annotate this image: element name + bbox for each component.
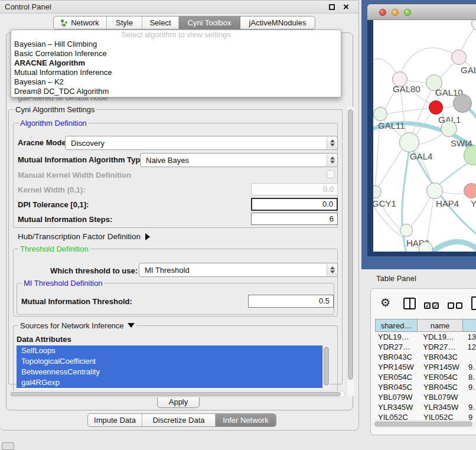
attribute-item-gal4rgexp[interactable]: gal4RGexp <box>17 377 322 388</box>
tab-label: Select <box>149 18 171 27</box>
sources-title[interactable]: Sources for Network Inference <box>18 321 136 330</box>
kernel-width-label: Kernel Width (0,1): <box>18 185 86 194</box>
table-row[interactable]: YBR043CYBR043C <box>375 352 476 362</box>
scrollbar-thumb[interactable] <box>348 109 353 380</box>
network-node-y[interactable] <box>464 183 476 198</box>
document-icon[interactable] <box>471 296 476 310</box>
mi-steps-field[interactable]: 6 <box>251 213 338 225</box>
minimize-traffic-light-icon[interactable] <box>392 9 399 16</box>
float-window-icon[interactable] <box>329 4 335 10</box>
network-node[interactable] <box>453 94 472 113</box>
attribute-list-scrollbar[interactable] <box>322 345 330 389</box>
checked-checkbox-icon[interactable]: ✓ <box>424 302 431 309</box>
table-row[interactable]: YPR145WYPR145W9. <box>375 362 476 372</box>
data-attributes-list[interactable]: SelfLoopsTopologicalCoefficientBetweenne… <box>17 345 330 389</box>
attribute-item-selfloops[interactable]: SelfLoops <box>17 345 322 356</box>
dpi-tolerance-field[interactable]: 0.0 <box>251 198 338 211</box>
unchecked-checkbox-icon[interactable] <box>448 302 454 309</box>
algorithm-option-basic-correlation-inference[interactable]: Basic Correlation Inference <box>11 49 341 58</box>
stepper-arrows-icon[interactable] <box>327 264 337 276</box>
stepper-arrows-icon[interactable] <box>327 154 337 166</box>
network-node-gal11[interactable] <box>373 107 387 121</box>
table-cell: 9. <box>463 402 475 412</box>
hub-definition-toggle[interactable]: Hub/Transcription Factor Definition <box>18 232 150 241</box>
algorithm-option-dream8-dc-tdc-algorithm[interactable]: Dream8 DC_TDC Algorithm <box>11 87 341 96</box>
table-cell: YBL079W <box>375 392 418 402</box>
mi-threshold-field[interactable]: 0.5 <box>248 295 334 308</box>
table-cell <box>463 352 468 362</box>
scrollbar-thumb[interactable] <box>324 347 329 386</box>
mi-threshold-group-title: MI Threshold Definition <box>22 279 104 288</box>
checked-checkbox-icon[interactable]: ✓ <box>432 302 439 309</box>
settings-horizontal-scrollbar[interactable] <box>8 391 345 397</box>
tab-label: jActiveMNodules <box>249 18 307 27</box>
aracne-mode-label: Aracne Mode: <box>18 138 69 147</box>
network-node[interactable] <box>419 242 433 252</box>
split-columns-icon[interactable] <box>403 298 416 309</box>
network-node-gal4[interactable] <box>399 132 419 152</box>
table-row[interactable]: YDR27…YDR27…12 <box>375 342 476 352</box>
network-node-gal[interactable] <box>451 50 467 65</box>
algorithm-option-bayesian-k2[interactable]: Bayesian – K2 <box>11 77 341 87</box>
mi-threshold-label: Mutual Information Threshold: <box>21 297 132 306</box>
tab-impute-data[interactable]: Impute Data <box>88 414 142 426</box>
gear-icon[interactable]: ⚙ <box>380 296 390 309</box>
table-row[interactable]: YLR345WYLR345W9. <box>375 402 476 412</box>
control-panel-titlebar: Control Panel × <box>0 1 358 14</box>
tab-label: Cyni Toolbox <box>187 18 231 27</box>
mi-type-select[interactable]: Naive Bayes <box>140 153 338 167</box>
network-node-gal1[interactable] <box>429 100 443 115</box>
table-cell: 9 <box>463 412 472 420</box>
table-row[interactable]: YDL19…YDL19…13 <box>375 332 476 342</box>
table-header: shared…name <box>375 319 476 332</box>
stepper-arrows-icon[interactable] <box>327 137 337 149</box>
algorithm-option-bayesian-hill-climbing[interactable]: Bayesian – Hill Climbing <box>11 40 341 49</box>
tab-jactivemnodules[interactable]: jActiveMNodules <box>240 17 315 29</box>
table-cell: YIL052C <box>375 412 418 420</box>
network-window-titlebar[interactable] <box>367 4 476 20</box>
tab-cyni-toolbox[interactable]: Cyni Toolbox <box>179 17 240 29</box>
aracne-mode-value: Discovery <box>71 139 105 148</box>
table-cell: 8. <box>463 372 475 382</box>
scrollbar-thumb[interactable] <box>10 392 341 396</box>
tab-infer-network[interactable]: Infer Network <box>216 414 276 426</box>
column-header-name[interactable]: name <box>418 319 463 332</box>
which-threshold-select[interactable]: MI Threshold <box>139 263 338 277</box>
table-row[interactable]: YER054CYER054C8. <box>375 372 476 382</box>
algorithm-option-aracne-algorithm[interactable]: ARACNE Algorithm <box>11 58 341 68</box>
table-cell: 9. <box>463 362 475 372</box>
attribute-item-betweennesscentrality[interactable]: BetweennessCentrality <box>17 367 322 377</box>
network-node-hap2[interactable] <box>400 224 413 237</box>
settings-vertical-scrollbar[interactable] <box>346 107 354 396</box>
tab-discretize-data[interactable]: Discretize Data <box>142 414 216 426</box>
table-row[interactable]: YBL079WYBL079W <box>375 392 476 402</box>
table-row[interactable]: YBR045CYBR045C9. <box>375 382 476 392</box>
table-cell: YBR043C <box>418 352 463 362</box>
unchecked-checkbox-icon[interactable] <box>456 302 462 309</box>
close-icon[interactable]: × <box>343 1 349 13</box>
kernel-width-field[interactable]: 0.0 <box>251 183 338 195</box>
network-node-hap4[interactable] <box>426 182 443 199</box>
table-cell: YIL052C <box>418 412 463 420</box>
tab-select[interactable]: Select <box>142 17 179 29</box>
scrollbar-thumb[interactable] <box>374 422 472 426</box>
table-cell: YDL19… <box>417 332 462 342</box>
minimized-panel-icon[interactable] <box>2 442 14 450</box>
tab-network[interactable]: Network <box>54 17 107 29</box>
column-header-shared[interactable]: shared… <box>375 319 418 332</box>
network-node-swi4[interactable] <box>441 120 457 137</box>
hidden-combo-text: galFiltered sif default node <box>18 97 107 102</box>
column-header-cut[interactable] <box>463 319 476 332</box>
cyni-bottom-tabs: Impute DataDiscretize DataInfer Network <box>87 413 276 427</box>
attribute-item-topologicalcoefficient[interactable]: TopologicalCoefficient <box>17 356 322 367</box>
tab-style[interactable]: Style <box>107 17 142 29</box>
manual-kernel-checkbox[interactable] <box>327 170 335 178</box>
close-traffic-light-icon[interactable] <box>379 9 386 16</box>
network-canvas[interactable]: GALGAL80GAL10GAL1GAL11SWI4GAL4GCY1HAP4YH… <box>373 20 476 252</box>
table-horizontal-scrollbar[interactable] <box>373 420 475 428</box>
table-row[interactable]: YIL052CYIL052C9 <box>375 412 476 420</box>
manual-kernel-label: Manual Kernel Width Definition <box>18 171 131 180</box>
algorithm-option-mutual-information-inference[interactable]: Mutual Information Inference <box>11 68 341 77</box>
aracne-mode-select[interactable]: Discovery <box>65 136 338 150</box>
zoom-traffic-light-icon[interactable] <box>404 9 411 16</box>
